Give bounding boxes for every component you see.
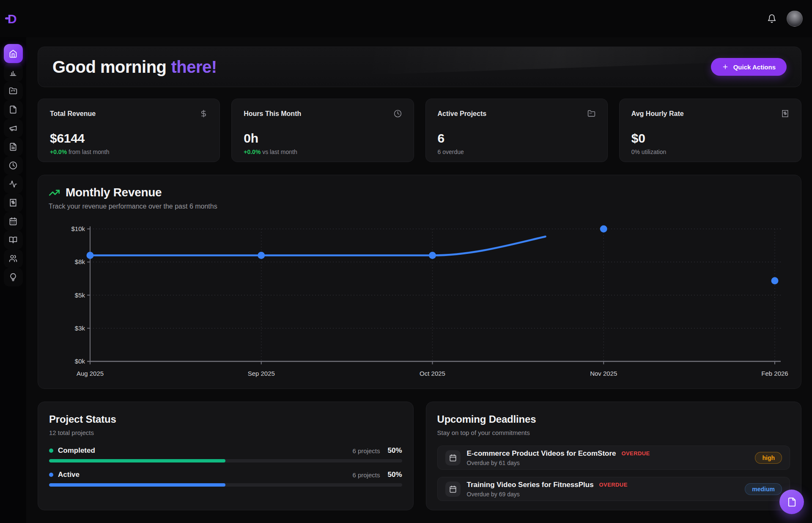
deadline-item[interactable]: E-commerce Product Videos for EcomStore …	[437, 446, 790, 470]
sidebar-item-clients[interactable]	[4, 249, 23, 268]
receipt-icon	[9, 198, 17, 207]
logo-d-icon: D	[4, 10, 21, 27]
greeting-highlight: there!	[171, 58, 217, 76]
calendar-icon	[449, 485, 457, 493]
new-document-fab[interactable]	[779, 490, 804, 514]
users-icon	[9, 254, 17, 263]
status-count: 6 projects	[352, 471, 380, 479]
quick-actions-button[interactable]: Quick Actions	[711, 58, 787, 76]
stat-value: $0	[631, 131, 789, 146]
topbar: D	[0, 0, 812, 37]
dollar-sign-icon	[200, 110, 208, 118]
book-open-icon	[9, 236, 17, 244]
file-icon	[787, 497, 797, 507]
greeting-text: Good morning	[52, 58, 167, 76]
status-label: Active	[58, 471, 80, 479]
welcome-banner: Good morningthere! Quick Actions	[38, 47, 801, 87]
svg-text:D: D	[8, 12, 17, 26]
file-icon	[9, 105, 17, 114]
deadline-title: Training Video Series for FitnessPlus	[467, 481, 594, 489]
status-label: Completed	[58, 446, 95, 455]
stat-subtext: +0.0% vs last month	[244, 149, 401, 155]
stat-card-active-projects: Active Projects 6 6 overdue	[425, 99, 608, 162]
chart-subtitle: Track your revenue performance over the …	[49, 203, 790, 210]
status-percent: 50%	[387, 471, 402, 479]
stat-delta-note: 0% utilization	[631, 149, 667, 155]
plus-icon	[722, 63, 729, 70]
sidebar-item-home[interactable]	[4, 44, 23, 63]
active-progress-track	[49, 483, 402, 487]
notifications-button[interactable]	[767, 14, 776, 23]
bell-icon	[767, 14, 776, 23]
user-avatar[interactable]	[787, 11, 803, 27]
sidebar-item-ideas[interactable]	[4, 268, 23, 286]
y-axis-label: $3k	[75, 325, 85, 332]
lightbulb-icon	[9, 273, 17, 281]
page-title: Good morningthere!	[52, 58, 217, 77]
chart-point[interactable]	[600, 226, 607, 233]
stat-label: Total Revenue	[50, 110, 96, 118]
deadline-note: Overdue by 61 days	[467, 460, 650, 466]
active-dot	[49, 473, 53, 477]
calendar-icon	[449, 454, 457, 462]
stat-value: 6	[438, 131, 595, 146]
stat-value: 0h	[244, 131, 401, 146]
project-status-panel: Project Status 12 total projects Complet…	[38, 402, 414, 510]
sidebar-item-analytics[interactable]	[4, 63, 23, 82]
stat-card-hours: Hours This Month 0h +0.0% vs last month	[231, 99, 414, 162]
project-status-title: Project Status	[49, 413, 402, 425]
stat-card-hourly-rate: Avg Hourly Rate $0 0% utilization	[619, 99, 801, 162]
deadline-icon-chip	[445, 482, 461, 497]
sidebar-item-activity[interactable]	[4, 175, 23, 193]
quick-actions-label: Quick Actions	[733, 63, 776, 71]
app-logo[interactable]: D	[3, 9, 22, 28]
status-percent: 50%	[387, 446, 402, 455]
deadlines-list: E-commerce Product Videos for EcomStore …	[437, 446, 790, 501]
sidebar-item-projects[interactable]	[4, 82, 23, 100]
file-text-icon	[9, 143, 17, 151]
x-axis-label: Nov 2025	[590, 370, 617, 377]
monthly-revenue-card: Monthly Revenue Track your revenue perfo…	[38, 175, 801, 389]
status-count: 6 projects	[352, 447, 380, 454]
chart-point[interactable]	[87, 252, 94, 259]
stat-delta-note: 6 overdue	[438, 149, 464, 155]
deadlines-title: Upcoming Deadlines	[437, 413, 790, 425]
deadline-icon-chip	[445, 450, 461, 465]
stat-label: Hours This Month	[244, 110, 301, 118]
sidebar-item-marketing[interactable]	[4, 119, 23, 138]
stat-subtext: 6 overdue	[438, 149, 595, 155]
sidebar-item-calendar[interactable]	[4, 212, 23, 231]
stat-value: $6144	[50, 131, 208, 146]
stat-subtext: +0.0% from last month	[50, 149, 208, 155]
sidebar-item-time-tracking[interactable]	[4, 156, 23, 175]
project-status-subtitle: 12 total projects	[49, 429, 402, 436]
chart-point[interactable]	[771, 277, 779, 284]
active-progress-fill	[49, 483, 225, 487]
completed-progress-fill	[49, 459, 225, 462]
sidebar-item-documents[interactable]	[4, 138, 23, 156]
sidebar-item-files[interactable]	[4, 100, 23, 119]
sidebar-item-resources[interactable]	[4, 231, 23, 249]
x-axis-label: Sep 2025	[248, 370, 275, 377]
status-row-active: Active 6 projects 50%	[49, 471, 402, 487]
deadlines-subtitle: Stay on top of your commitments	[437, 429, 790, 436]
y-axis-label: $5k	[75, 292, 85, 299]
receipt-icon	[781, 110, 789, 118]
deadline-item[interactable]: Training Video Series for FitnessPlus OV…	[437, 477, 790, 501]
x-axis-label: Feb 2026	[761, 370, 788, 377]
chart-point[interactable]	[429, 252, 436, 259]
trending-up-icon	[49, 187, 60, 198]
stat-label: Avg Hourly Rate	[631, 110, 684, 118]
stat-delta: +0.0%	[50, 149, 67, 155]
x-axis-label: Oct 2025	[420, 370, 445, 377]
bottom-row: Project Status 12 total projects Complet…	[38, 402, 801, 510]
revenue-chart: $10k$8k$5k$3k$0kAug 2025Sep 2025Oct 2025…	[49, 225, 790, 377]
chart-point[interactable]	[258, 252, 265, 259]
stat-delta-note: vs last month	[262, 149, 297, 155]
bar-chart-icon	[9, 68, 17, 77]
sidebar-item-invoices[interactable]	[4, 193, 23, 212]
deadline-title: E-commerce Product Videos for EcomStore	[467, 449, 616, 458]
calendar-icon	[9, 217, 17, 226]
priority-badge: high	[755, 452, 782, 464]
upcoming-deadlines-panel: Upcoming Deadlines Stay on top of your c…	[426, 402, 802, 510]
